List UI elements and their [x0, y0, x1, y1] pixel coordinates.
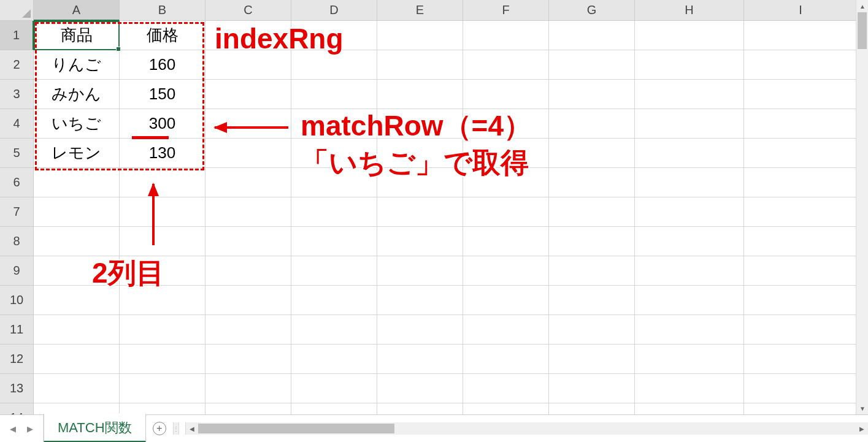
cell-A2[interactable]: りんご	[34, 50, 120, 80]
cell-C14[interactable]	[205, 403, 291, 414]
cell-E9[interactable]	[377, 256, 463, 286]
cell-E3[interactable]	[377, 80, 463, 109]
cell-D7[interactable]	[291, 197, 377, 227]
row-header-2[interactable]: 2	[0, 50, 34, 80]
cell-F4[interactable]	[463, 109, 549, 139]
row-header-1[interactable]: 1	[0, 21, 34, 50]
cell-G9[interactable]	[549, 256, 635, 286]
cell-D12[interactable]	[291, 345, 377, 374]
vertical-scrollbar[interactable]: ▲ ▼	[856, 0, 868, 414]
hscroll-thumb[interactable]	[198, 424, 394, 433]
col-header-F[interactable]: F	[463, 0, 549, 21]
cell-C1[interactable]	[205, 21, 291, 50]
row-header-3[interactable]: 3	[0, 80, 34, 109]
cell-A11[interactable]	[34, 315, 120, 345]
cell-E12[interactable]	[377, 345, 463, 374]
cell-G8[interactable]	[549, 227, 635, 256]
col-header-B[interactable]: B	[120, 0, 205, 21]
select-all-corner[interactable]	[0, 0, 34, 21]
cell-C5[interactable]	[205, 139, 291, 168]
cell-E6[interactable]	[377, 168, 463, 197]
row-header-5[interactable]: 5	[0, 139, 34, 168]
cell-G10[interactable]	[549, 286, 635, 315]
cell-F5[interactable]	[463, 139, 549, 168]
row-header-9[interactable]: 9	[0, 256, 34, 286]
cell-F13[interactable]	[463, 374, 549, 403]
cell-E1[interactable]	[377, 21, 463, 50]
cell-H10[interactable]	[635, 286, 744, 315]
cell-F10[interactable]	[463, 286, 549, 315]
col-header-I[interactable]: I	[744, 0, 856, 21]
cell-A10[interactable]	[34, 286, 120, 315]
cell-A1[interactable]: 商品	[34, 21, 120, 50]
cell-I9[interactable]	[744, 256, 856, 286]
cell-A7[interactable]	[34, 197, 120, 227]
cell-G11[interactable]	[549, 315, 635, 345]
cell-F3[interactable]	[463, 80, 549, 109]
cell-G1[interactable]	[549, 21, 635, 50]
cell-A3[interactable]: みかん	[34, 80, 120, 109]
row-header-13[interactable]: 13	[0, 374, 34, 403]
cell-B11[interactable]	[120, 315, 205, 345]
cell-C11[interactable]	[205, 315, 291, 345]
cell-C3[interactable]	[205, 80, 291, 109]
tab-next-button[interactable]: ▶	[23, 422, 37, 435]
col-header-H[interactable]: H	[635, 0, 744, 21]
cell-F8[interactable]	[463, 227, 549, 256]
col-header-C[interactable]: C	[205, 0, 291, 21]
vscroll-track[interactable]	[856, 12, 868, 402]
cell-E14[interactable]	[377, 403, 463, 414]
cell-I3[interactable]	[744, 80, 856, 109]
cell-A13[interactable]	[34, 374, 120, 403]
cell-H3[interactable]	[635, 80, 744, 109]
cell-G4[interactable]	[549, 109, 635, 139]
new-sheet-button[interactable]: +	[146, 415, 173, 442]
scroll-down-button[interactable]: ▼	[856, 402, 868, 414]
cell-B12[interactable]	[120, 345, 205, 374]
cell-D9[interactable]	[291, 256, 377, 286]
scroll-left-button[interactable]: ◀	[186, 422, 198, 435]
sheet-tab-active[interactable]: MATCH関数	[44, 414, 146, 442]
cell-E11[interactable]	[377, 315, 463, 345]
cell-A8[interactable]	[34, 227, 120, 256]
cell-A9[interactable]	[34, 256, 120, 286]
cell-D11[interactable]	[291, 315, 377, 345]
cell-D13[interactable]	[291, 374, 377, 403]
cell-E5[interactable]	[377, 139, 463, 168]
cell-F14[interactable]	[463, 403, 549, 414]
cell-E7[interactable]	[377, 197, 463, 227]
cell-E10[interactable]	[377, 286, 463, 315]
cell-H8[interactable]	[635, 227, 744, 256]
tab-prev-button[interactable]: ◀	[6, 422, 20, 435]
cell-G7[interactable]	[549, 197, 635, 227]
cell-I12[interactable]	[744, 345, 856, 374]
cell-F2[interactable]	[463, 50, 549, 80]
hscroll-split-handle[interactable]: ⋮	[173, 422, 179, 435]
cell-H11[interactable]	[635, 315, 744, 345]
cell-D1[interactable]	[291, 21, 377, 50]
vscroll-thumb[interactable]	[858, 12, 867, 49]
cell-C6[interactable]	[205, 168, 291, 197]
cell-B10[interactable]	[120, 286, 205, 315]
row-header-8[interactable]: 8	[0, 227, 34, 256]
cell-H13[interactable]	[635, 374, 744, 403]
cell-C12[interactable]	[205, 345, 291, 374]
cell-D2[interactable]	[291, 50, 377, 80]
cell-H9[interactable]	[635, 256, 744, 286]
cell-B5[interactable]: 130	[120, 139, 205, 168]
cell-B2[interactable]: 160	[120, 50, 205, 80]
cell-H14[interactable]	[635, 403, 744, 414]
cell-B13[interactable]	[120, 374, 205, 403]
cell-I13[interactable]	[744, 374, 856, 403]
col-header-A[interactable]: A	[34, 0, 120, 21]
cell-H2[interactable]	[635, 50, 744, 80]
cell-I4[interactable]	[744, 109, 856, 139]
cell-B6[interactable]	[120, 168, 205, 197]
cell-F11[interactable]	[463, 315, 549, 345]
cell-C2[interactable]	[205, 50, 291, 80]
cell-F6[interactable]	[463, 168, 549, 197]
cell-I14[interactable]	[744, 403, 856, 414]
cell-D6[interactable]	[291, 168, 377, 197]
cell-E8[interactable]	[377, 227, 463, 256]
cell-G3[interactable]	[549, 80, 635, 109]
